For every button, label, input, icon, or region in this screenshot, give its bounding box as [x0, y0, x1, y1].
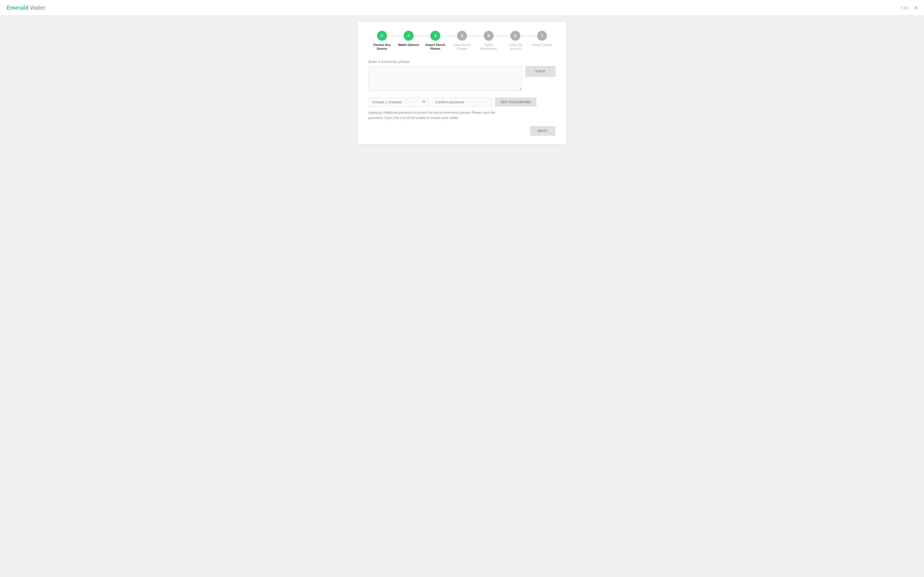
checkmark-icon-2: ✓	[407, 33, 410, 39]
password-input[interactable]	[368, 97, 429, 107]
step-circle-6: 6	[510, 31, 520, 41]
step-circle-2: ✓	[404, 31, 414, 41]
mnemonic-label: Enter a mnemonic phrase	[368, 60, 556, 64]
step-label-1: Choose Key Source	[370, 43, 394, 51]
mnemonic-input[interactable]	[368, 66, 522, 91]
card-footer: NEXT	[368, 126, 556, 136]
main-content: ✓ Choose Key Source ✓ Wallet Options 3 I…	[0, 0, 924, 577]
logo-emerald: Emerald	[6, 5, 28, 11]
mnemonic-section: Enter a mnemonic phrase SAVE	[368, 60, 556, 92]
mnemonic-textarea-wrap	[368, 66, 522, 92]
step-number-4: 4	[461, 34, 463, 38]
password-row: 👁 SET PASSWORD	[368, 97, 556, 107]
app-logo: Emerald Wallet	[6, 5, 45, 11]
topbar-right: 0.00 ≡	[901, 5, 918, 10]
step-label-3: Import Secret Phrase	[423, 43, 448, 51]
next-button[interactable]: NEXT	[530, 126, 556, 136]
step-number-5: 5	[488, 34, 490, 38]
step-5: 5 Select Blockchains	[475, 31, 502, 51]
checkmark-icon-1: ✓	[380, 33, 384, 39]
step-6: 6 Select HD Account	[502, 31, 529, 51]
balance-display: 0.00	[901, 5, 909, 10]
wizard-card: ✓ Choose Key Source ✓ Wallet Options 3 I…	[357, 22, 567, 145]
step-label-4: Save Secret Phrase	[450, 43, 474, 51]
topbar: Emerald Wallet 0.00 ≡	[0, 0, 924, 15]
confirm-password-input[interactable]	[432, 97, 492, 107]
step-label-6: Select HD Account	[503, 43, 528, 51]
step-circle-1: ✓	[377, 31, 387, 41]
step-circle-5: 5	[484, 31, 494, 41]
step-2: ✓ Wallet Options	[395, 31, 422, 47]
step-label-5: Select Blockchains	[476, 43, 501, 51]
step-label-2: Wallet Options	[398, 43, 419, 47]
step-number-6: 6	[514, 34, 517, 38]
eye-icon[interactable]: 👁	[422, 100, 426, 105]
step-4: 4 Save Secret Phrase	[449, 31, 475, 51]
step-circle-3: 3	[430, 31, 440, 41]
logo-wallet: Wallet	[28, 5, 45, 11]
password-hint: (optional) Additional password to protec…	[368, 110, 506, 121]
step-label-7: Wallet Created	[532, 43, 552, 47]
menu-icon[interactable]: ≡	[914, 5, 918, 10]
step-7: 7 Wallet Created	[529, 31, 556, 47]
mnemonic-save-row: SAVE	[368, 66, 556, 92]
step-number-7: 7	[541, 34, 543, 38]
step-number-3: 3	[434, 34, 436, 38]
password-input-wrap: 👁	[368, 97, 429, 107]
stepper: ✓ Choose Key Source ✓ Wallet Options 3 I…	[368, 31, 556, 51]
set-password-button[interactable]: SET PASSWORD	[495, 98, 536, 106]
step-circle-4: 4	[457, 31, 467, 41]
step-circle-7: 7	[537, 31, 547, 41]
save-button[interactable]: SAVE	[525, 66, 556, 77]
step-3: 3 Import Secret Phrase	[422, 31, 449, 51]
step-1: ✓ Choose Key Source	[368, 31, 395, 51]
